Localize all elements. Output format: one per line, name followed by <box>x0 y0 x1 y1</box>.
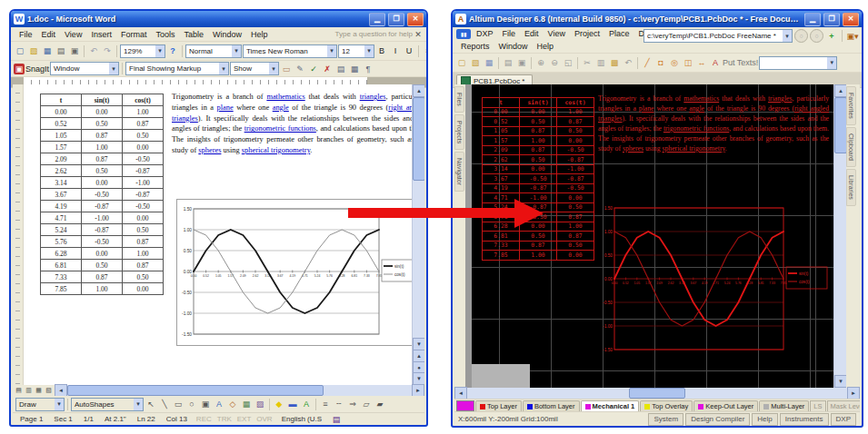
word-menu-help[interactable]: Help <box>246 30 273 39</box>
altium-menu-help[interactable]: Help <box>533 42 559 51</box>
layer-tab-bottom-layer[interactable]: Bottom Layer <box>523 400 580 412</box>
snagit-window-combobox[interactable]: Window <box>50 62 119 75</box>
new-document-icon[interactable]: ▢ <box>14 44 26 57</box>
altium-menu-reports[interactable]: Reports <box>456 42 494 51</box>
cross-probe-icon[interactable]: + <box>825 30 838 43</box>
place-string-icon[interactable]: A <box>709 56 722 69</box>
font-combobox[interactable]: Times New Roman <box>243 44 337 58</box>
layer-tab-top-layer[interactable]: Top Layer <box>475 400 522 412</box>
scroll-right-icon[interactable]: ► <box>847 387 860 399</box>
line-style-icon[interactable]: ≡ <box>319 398 332 410</box>
doc-close-icon[interactable]: ✕ <box>414 28 423 41</box>
print-layout-view-button[interactable]: ▦ <box>34 386 44 396</box>
scroll-down-icon[interactable]: ▼ <box>413 338 424 350</box>
font-color-2-icon[interactable]: A <box>300 398 313 410</box>
word-menu-table[interactable]: Table <box>179 30 208 39</box>
redo-icon[interactable]: ↷ <box>101 44 114 57</box>
normal-view-button[interactable]: ▤ <box>14 386 24 396</box>
scrollbar-thumb[interactable] <box>834 97 847 153</box>
print-icon[interactable]: ▤ <box>502 56 514 69</box>
panel-button-design-compiler[interactable]: Design Compiler <box>685 413 750 426</box>
snagit-icon[interactable]: ▣ <box>14 64 25 74</box>
word-horizontal-scrollbar[interactable]: ▤▥▦▧ ◄ ► <box>13 385 424 396</box>
hyperlink-run[interactable]: triangles <box>360 93 386 101</box>
place-dimension-icon[interactable]: ↔ <box>695 56 708 69</box>
document-path-combobox[interactable]: c:\veryTemp\PCB1.PcbDoc FreeName * <box>644 29 793 43</box>
dxp-icon[interactable]: ▮▮ <box>456 29 471 39</box>
align-left-icon[interactable]: ≡ <box>422 44 426 57</box>
place-pad-icon[interactable]: ◘ <box>654 56 667 69</box>
arrow-style-icon[interactable]: ⇒ <box>346 398 359 410</box>
zoom-area-icon[interactable]: ◱ <box>562 56 574 69</box>
show-hide-paragraph-icon[interactable]: ¶ <box>362 63 374 75</box>
word-titlebar[interactable]: W 1.doc - Microsoft Word ▁ ❐ ✕ <box>11 11 426 27</box>
browse-next-icon[interactable]: ▼ <box>413 372 424 385</box>
panel-button-system[interactable]: System <box>648 413 683 426</box>
threed-icon[interactable]: ▰ <box>374 398 386 410</box>
altium-maximize-button[interactable]: ❐ <box>823 13 840 26</box>
hyperlink-run[interactable]: trigonometric functions <box>244 124 316 133</box>
word-chart-object[interactable]: 1.501.000.500.00-0.50-1.00-1.500.000.521… <box>176 199 424 346</box>
back-icon[interactable]: ○ <box>794 29 808 43</box>
wordart-icon[interactable]: A <box>213 398 225 410</box>
accept-change-icon[interactable]: ✓ <box>307 63 320 75</box>
reject-change-icon[interactable]: ✗ <box>321 63 334 75</box>
place-component-icon[interactable]: ◫ <box>682 56 694 69</box>
panel-tab-files[interactable]: Files <box>454 86 464 113</box>
italic-icon[interactable]: I <box>389 44 402 57</box>
word-menu-window[interactable]: Window <box>208 30 246 39</box>
panel-tab-libraries[interactable]: Libraries <box>846 169 856 206</box>
clipart-icon[interactable]: ▦ <box>240 398 253 410</box>
style-combobox[interactable]: Normal <box>185 44 242 58</box>
cut-icon[interactable]: ✂ <box>581 56 594 69</box>
scroll-left-icon[interactable]: ◄ <box>55 384 67 397</box>
select-objects-icon[interactable]: ↖ <box>145 398 157 410</box>
hyperlink-run[interactable]: plane <box>639 104 654 113</box>
help-prompt[interactable]: Type a question for help <box>335 30 413 38</box>
undo-icon[interactable]: ↶ <box>622 56 634 69</box>
fill-color-icon[interactable]: ◆ <box>273 398 285 410</box>
layer-button-ls[interactable]: LS <box>810 400 825 412</box>
panel-tab-clipboard[interactable]: Clipboard <box>846 127 856 167</box>
insert-table-icon[interactable]: ▦ <box>348 63 361 75</box>
word-menu-view[interactable]: View <box>60 30 86 39</box>
scroll-left-icon[interactable]: ◄ <box>454 387 467 399</box>
layer-tab-multi-layer[interactable]: Multi-Layer <box>759 400 809 412</box>
outline-view-button[interactable]: ▧ <box>44 386 54 396</box>
word-menu-format[interactable]: Format <box>116 30 152 39</box>
text-box-icon[interactable]: ▣ <box>199 398 212 410</box>
line-color-icon[interactable]: ▬ <box>286 398 299 410</box>
zoom-in-icon[interactable]: ⊕ <box>534 56 547 69</box>
altium-menu-file[interactable]: File <box>498 29 521 38</box>
layer-tab-top-overlay[interactable]: Top Overlay <box>640 400 693 412</box>
panel-tab-navigator[interactable]: Navigator <box>454 152 464 192</box>
word-page[interactable]: tsin(t)cos(t)0.000.001.000.520.500.871.0… <box>24 84 413 385</box>
rectangle-icon[interactable]: ▭ <box>172 398 185 410</box>
empty-combobox[interactable] <box>759 56 837 70</box>
line-icon[interactable]: ╲ <box>158 398 171 410</box>
altium-horizontal-scrollbar[interactable]: ◄ ► <box>454 388 860 399</box>
scroll-down-icon[interactable]: ▼ <box>834 375 847 388</box>
altium-titlebar[interactable]: A Altium Designer 6.8 (Internal Build 98… <box>453 11 862 27</box>
shadow-icon[interactable]: ▱ <box>360 398 373 410</box>
hyperlink-run[interactable]: triangles <box>768 94 792 103</box>
word-menu-tools[interactable]: Tools <box>151 30 179 39</box>
pcb-canvas[interactable]: tsin(t)cos(t)0.000.001.000.520.500.871.0… <box>465 84 833 388</box>
help-icon[interactable]: ? <box>166 44 179 57</box>
hyperlink-run[interactable]: spheres <box>623 144 644 153</box>
panel-button-dxp[interactable]: DXP <box>831 413 856 426</box>
word-menu-edit[interactable]: Edit <box>37 30 61 39</box>
sin-cos-table[interactable]: tsin(t)cos(t)0.000.001.000.520.500.871.0… <box>40 94 164 295</box>
place-via-icon[interactable]: ◎ <box>668 56 681 69</box>
masks-dropdown-icon[interactable]: ▣▾ <box>846 30 859 43</box>
hyperlink-run[interactable]: spheres <box>198 146 221 154</box>
altium-close-button[interactable]: ✕ <box>843 13 859 26</box>
web-layout-view-button[interactable]: ▥ <box>24 386 34 396</box>
print-preview-icon[interactable]: ▣ <box>68 44 81 57</box>
hscroll-thumb[interactable] <box>67 385 324 396</box>
altium-minimize-button[interactable]: ▁ <box>804 13 821 26</box>
word-maximize-button[interactable]: ❐ <box>388 13 404 26</box>
undo-icon[interactable]: ↶ <box>87 44 100 57</box>
scroll-up-icon[interactable]: ▲ <box>413 84 424 97</box>
hscroll-thumb[interactable] <box>629 388 685 399</box>
